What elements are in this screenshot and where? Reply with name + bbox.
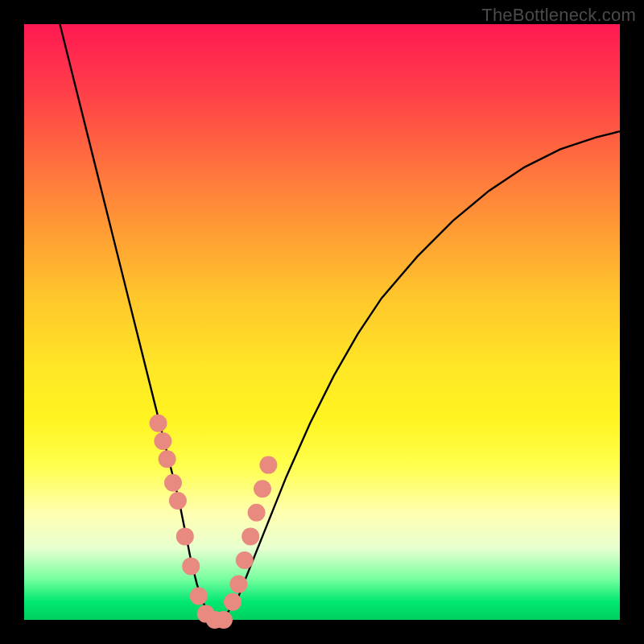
bottleneck-curve <box>60 24 620 620</box>
highlight-dot <box>224 593 242 611</box>
outer-frame: TheBottleneck.com <box>0 0 644 644</box>
highlight-dot <box>169 492 187 510</box>
highlight-dot <box>154 432 171 450</box>
chart-svg <box>24 24 620 620</box>
highlight-dot <box>159 450 176 468</box>
highlight-dot <box>176 527 194 545</box>
highlight-dot <box>164 474 182 492</box>
highlight-dot <box>150 415 167 432</box>
highlight-dot <box>248 504 266 522</box>
watermark-text: TheBottleneck.com <box>481 5 636 26</box>
highlight-dot <box>229 576 247 593</box>
highlight-dot <box>259 456 277 474</box>
highlight-dot <box>215 611 233 629</box>
highlight-dots <box>150 415 278 629</box>
highlight-dot <box>236 551 254 569</box>
plot-area <box>24 24 620 620</box>
highlight-dot <box>190 587 208 605</box>
highlight-dot <box>242 527 259 545</box>
highlight-dot <box>254 480 271 497</box>
highlight-dot <box>182 557 200 575</box>
